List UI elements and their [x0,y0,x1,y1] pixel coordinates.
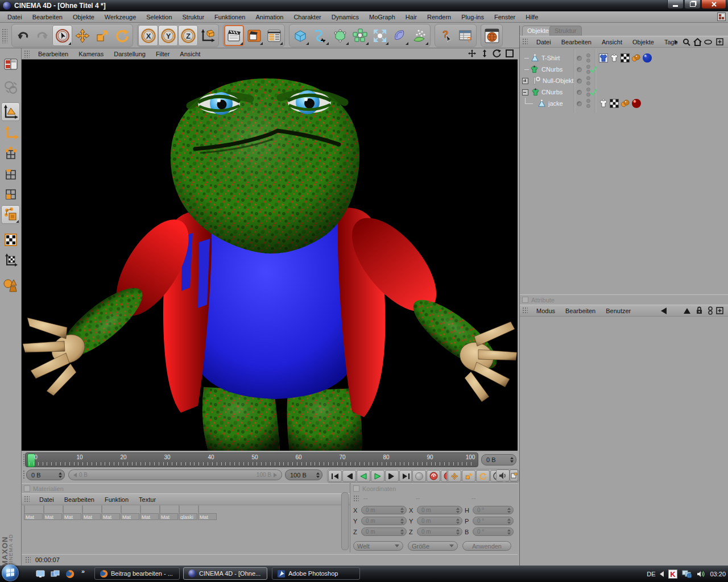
material-item[interactable]: glaski [179,506,197,520]
attr-lock-icon[interactable] [696,306,703,315]
add-spline-button[interactable] [310,25,330,46]
menu-objekte[interactable]: Objekte [68,13,100,22]
add-particles-button[interactable] [370,25,390,46]
material-item[interactable]: Mat [159,506,178,520]
om-menu-more-icon[interactable] [675,40,678,44]
viewport-menu-kameras[interactable]: Kameras [73,49,109,59]
viewport-menu-filter[interactable]: Filter [151,49,175,59]
restore-button[interactable] [684,0,701,9]
tray-kaspersky-icon[interactable]: K [668,569,677,579]
viewport-grip[interactable] [24,50,30,58]
edge-mode-button[interactable] [1,164,20,183]
material-item[interactable]: Mat [43,506,62,520]
kinematics-mode-button[interactable] [1,276,20,294]
object-row-jacke[interactable]: jacke [520,98,728,109]
om-menu-tags[interactable]: Tags [659,38,682,47]
material-label[interactable]: Mat [82,513,101,520]
menu-werkzeuge[interactable]: Werkzeuge [100,13,141,22]
object-name[interactable]: T-Shirt [541,55,560,61]
visibility-dot[interactable] [577,101,582,106]
render-view-button[interactable] [224,25,244,46]
editor-dot[interactable] [586,76,590,80]
om-menu-datei[interactable]: Datei [531,38,556,47]
mat-menu-bearbeiten[interactable]: Bearbeiten [59,495,100,504]
range-right-icon[interactable] [274,473,277,477]
enabled-check-icon[interactable] [589,88,598,97]
toolbar-grip[interactable] [2,28,7,43]
content-browser-button[interactable] [482,25,502,46]
rotation-p-field[interactable]: 0 ° [473,517,514,525]
attr-up-icon[interactable] [684,308,690,314]
object-name[interactable]: jacke [548,100,563,107]
menu-selektion[interactable]: Selektion [141,13,177,22]
tray-language[interactable]: DE [647,571,655,577]
tray-expand-icon[interactable] [660,571,664,577]
make-editable-button[interactable] [1,78,20,97]
materials-grip[interactable] [24,496,30,503]
attr-menu-benutzer[interactable]: Benutzer [601,306,636,315]
close-button[interactable] [701,0,726,9]
viewport-menu-ansicht[interactable]: Ansicht [175,49,205,59]
record-position-toggle[interactable] [448,470,461,482]
quicklaunch-chevron[interactable]: » [81,568,85,575]
help-button[interactable]: ? [436,25,456,46]
transport-grip[interactable] [23,470,25,479]
visibility-dot[interactable] [577,78,582,84]
phong-tag-icon[interactable] [631,53,640,63]
om-menu-objekte[interactable]: Objekte [627,38,659,47]
viewport-menu-darstellung[interactable]: Darstellung [109,49,151,59]
timeline-ruler[interactable]: 0 10 20 30 40 50 60 70 80 90 100 [25,452,478,467]
menu-plugins[interactable]: Plug-ins [456,13,489,22]
menu-mograph[interactable]: MoGraph [364,13,400,22]
play-backward-button[interactable] [357,470,370,482]
material-label[interactable]: Mat [159,513,178,520]
texture-axis-mode-button[interactable] [1,251,20,269]
attr-back-icon[interactable] [661,307,667,314]
size-x-field[interactable]: 0 m [417,506,462,514]
taskbar-item-photoshop[interactable]: Adobe Photoshop [272,567,360,580]
object-name[interactable]: CNurbs [541,89,562,95]
material-item[interactable]: Mat [63,506,81,520]
timeline-range-scrollbar[interactable]: 0 B 100 B [68,469,282,480]
taskbar-item-firefox[interactable]: Beitrag bearbeiten - ... [94,567,180,580]
visibility-dot[interactable] [577,67,582,72]
timeline-panel-button[interactable] [510,469,518,481]
window-layout-icon[interactable] [717,13,726,21]
cloth-surface-tag-icon[interactable] [610,53,619,63]
object-name[interactable]: Null-Objekt [543,77,573,84]
attributes-grip[interactable] [522,307,528,314]
tray-clock[interactable]: 03:20 [710,571,726,577]
object-axis-mode-button[interactable] [1,123,20,142]
material-label[interactable]: Mat [198,513,217,520]
om-add-panel-icon[interactable] [716,38,723,45]
point-mode-button[interactable] [1,144,20,163]
material-label[interactable]: Mat [24,513,43,520]
object-row-cnurbs-2[interactable]: CNurbs [520,86,728,98]
menu-animation[interactable]: Animation [250,13,288,22]
range-left-icon[interactable] [73,473,77,477]
size-mode-dropdown[interactable]: Größe [408,541,458,551]
scale-tool-button[interactable] [92,25,112,46]
add-environment-button[interactable] [410,25,429,46]
undo-button[interactable] [13,25,32,46]
menu-struktur[interactable]: Struktur [177,13,210,22]
texture-mode-button[interactable] [1,230,20,249]
menu-hair[interactable]: Hair [400,13,422,22]
visibility-dot[interactable] [577,56,582,61]
position-y-field[interactable]: 0 m [361,517,407,525]
material-tag-red-icon[interactable] [631,98,642,109]
size-y-field[interactable]: 0 m [417,517,462,525]
texture-tag-icon[interactable] [621,53,630,63]
rotate-tool-button[interactable] [112,25,132,46]
start-button[interactable] [2,564,19,581]
object-row-tshirt[interactable]: T-Shirt [520,52,728,64]
expand-icon[interactable] [522,78,528,84]
timeline-end-field[interactable]: 0 B [481,454,516,465]
add-hypernurbs-button[interactable] [330,25,350,46]
length-field[interactable]: 100 B [285,469,322,480]
status-grip[interactable] [25,556,31,563]
material-item[interactable]: Mat [121,506,139,520]
material-label[interactable]: Mat [140,513,159,520]
material-label[interactable]: Mat [43,513,62,520]
add-cube-object-button[interactable] [290,25,310,46]
